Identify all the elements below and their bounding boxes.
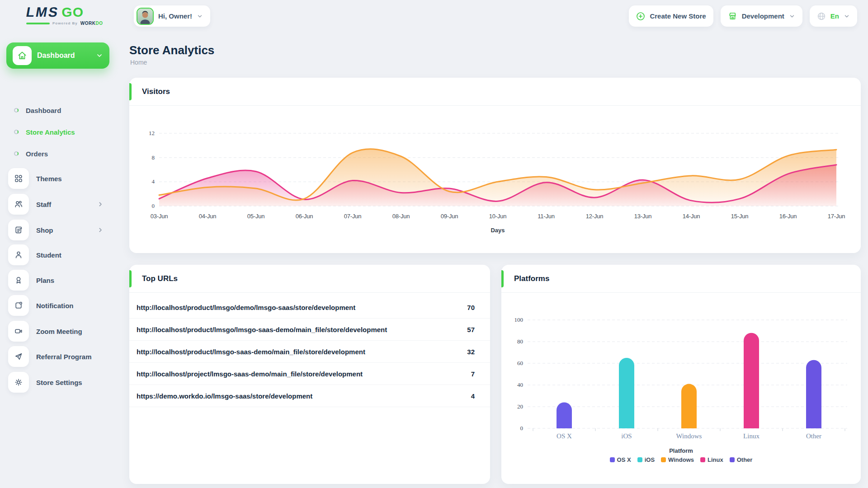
sidebar-item-label: Staff — [36, 201, 51, 208]
page-title: Store Analytics — [129, 43, 214, 57]
chevron-down-icon — [96, 52, 103, 59]
top-urls-card: Top URLs http://localhost/product/lmsgo/… — [129, 265, 490, 484]
sidebar-item-student[interactable]: Student — [8, 244, 111, 265]
svg-text:07-Jun: 07-Jun — [344, 213, 362, 220]
logo-text-go: GO — [61, 5, 84, 20]
create-new-store-button[interactable]: Create New Store — [629, 5, 713, 27]
globe-icon — [817, 12, 826, 21]
legend-label: iOS — [645, 456, 655, 463]
url-row[interactable]: http://localhost/product/lmsgo-saas-demo… — [129, 341, 490, 363]
svg-text:Other: Other — [806, 432, 821, 440]
svg-text:16-Jun: 16-Jun — [779, 213, 797, 220]
url-row[interactable]: http://localhost/product/lmsgo/demo/lmsg… — [129, 296, 490, 319]
legend-title: Platform — [501, 447, 861, 454]
svg-text:12-Jun: 12-Jun — [586, 213, 604, 220]
legend-item[interactable]: OS X — [610, 456, 631, 463]
svg-text:Days: Days — [491, 227, 505, 234]
bullet-ring-icon — [14, 129, 19, 135]
url-row[interactable]: http://localhost/product/lmsgo/lmsgo-saa… — [129, 319, 490, 341]
bullet-ring-icon — [14, 108, 19, 113]
breadcrumb[interactable]: Home — [130, 59, 147, 66]
sidebar-item-dashboard[interactable]: Dashboard — [14, 101, 109, 119]
legend-swatch — [610, 457, 615, 462]
logo-underline — [26, 23, 50, 24]
sidebar-item-zoom-meeting[interactable]: Zoom Meeting — [8, 321, 111, 342]
video-camera-icon — [8, 321, 29, 342]
url-count: 70 — [467, 304, 475, 311]
sidebar: Dashboard Dashboard Store Analytics Orde… — [0, 33, 118, 488]
legend-swatch — [730, 457, 735, 462]
svg-text:13-Jun: 13-Jun — [634, 213, 652, 220]
svg-text:09-Jun: 09-Jun — [441, 213, 458, 220]
sidebar-item-dashboard-parent[interactable]: Dashboard — [6, 42, 109, 69]
student-person-icon — [8, 244, 29, 265]
sidebar-item-label: Notification — [36, 302, 74, 310]
create-new-store-label: Create New Store — [650, 12, 706, 20]
notification-icon — [8, 295, 29, 316]
sidebar-item-orders[interactable]: Orders — [14, 145, 109, 163]
platforms-card-title: Platforms — [514, 274, 549, 283]
top-bar: LMS GO Powered By WORKDO Hi, Owner! — [0, 0, 868, 33]
url-count: 32 — [467, 348, 475, 356]
sidebar-item-themes[interactable]: Themes — [8, 168, 111, 189]
user-avatar — [137, 8, 154, 25]
legend-item[interactable]: Other — [730, 456, 753, 463]
svg-text:Linux: Linux — [743, 432, 760, 440]
card-accent-bar — [501, 270, 504, 287]
legend-swatch — [661, 457, 666, 462]
legend-item[interactable]: Linux — [700, 456, 723, 463]
sidebar-item-label: Orders — [26, 150, 48, 158]
store-selector-label: Development — [742, 12, 784, 20]
svg-text:17-Jun: 17-Jun — [828, 213, 845, 220]
svg-text:14-Jun: 14-Jun — [683, 213, 700, 220]
language-selector-button[interactable]: En — [810, 5, 857, 27]
sidebar-item-referral-program[interactable]: Referral Program — [8, 346, 111, 367]
plus-circle-icon — [636, 12, 645, 21]
legend-label: Windows — [668, 456, 694, 463]
user-greeting: Hi, Owner! — [158, 12, 192, 20]
svg-text:OS X: OS X — [557, 432, 572, 440]
svg-text:06-Jun: 06-Jun — [296, 213, 313, 220]
sidebar-item-label: Dashboard — [37, 52, 90, 60]
sidebar-item-shop[interactable]: Shop — [8, 220, 111, 240]
url-count: 7 — [471, 370, 475, 378]
sidebar-item-label: Store Settings — [36, 379, 82, 386]
chevron-down-icon — [197, 13, 203, 19]
app-logo[interactable]: LMS GO Powered By WORKDO — [26, 5, 112, 26]
url-text: https://demo.workdo.io/lmsgo-saas/store/… — [137, 392, 312, 400]
url-count: 4 — [471, 392, 475, 400]
user-menu-button[interactable]: Hi, Owner! — [134, 5, 210, 27]
gear-icon — [8, 372, 29, 393]
legend-swatch — [700, 457, 705, 462]
sidebar-item-notification[interactable]: Notification — [8, 295, 111, 316]
paper-plane-icon — [8, 346, 29, 367]
platforms-card: Platforms 020406080100OS XiOSWindowsLinu… — [501, 265, 861, 484]
sidebar-item-label: Shop — [36, 226, 53, 234]
legend-item[interactable]: Windows — [661, 456, 694, 463]
legend-swatch — [637, 457, 642, 462]
sidebar-item-label: Plans — [36, 277, 54, 284]
url-row[interactable]: http://localhost/project/lmsgo-saas-demo… — [129, 363, 490, 385]
url-row[interactable]: https://demo.workdo.io/lmsgo-saas/store/… — [129, 385, 490, 407]
sidebar-item-store-analytics[interactable]: Store Analytics — [14, 123, 109, 141]
themes-grid-icon — [8, 168, 29, 189]
sidebar-item-store-settings[interactable]: Store Settings — [8, 372, 111, 393]
chevron-down-icon — [844, 13, 850, 19]
storefront-icon — [728, 11, 737, 21]
visitors-card: Visitors 0481203-Jun04-Jun05-Jun06-Jun07… — [129, 78, 861, 253]
powered-by-label: Powered By — [52, 21, 78, 25]
sidebar-item-staff[interactable]: Staff — [8, 194, 111, 215]
url-text: http://localhost/product/lmsgo/demo/lmsg… — [137, 304, 355, 311]
svg-text:03-Jun: 03-Jun — [151, 213, 168, 220]
svg-text:04-Jun: 04-Jun — [199, 213, 217, 220]
legend-label: OS X — [617, 456, 631, 463]
store-selector-button[interactable]: Development — [721, 5, 802, 27]
svg-text:15-Jun: 15-Jun — [731, 213, 749, 220]
sidebar-item-label: Referral Program — [36, 353, 92, 361]
top-urls-card-title: Top URLs — [142, 274, 178, 283]
svg-text:11-Jun: 11-Jun — [538, 213, 555, 220]
url-text: http://localhost/product/lmsgo-saas-demo… — [137, 348, 365, 356]
sidebar-item-plans[interactable]: Plans — [8, 270, 111, 291]
legend-item[interactable]: iOS — [637, 456, 655, 463]
legend-label: Other — [737, 456, 753, 463]
